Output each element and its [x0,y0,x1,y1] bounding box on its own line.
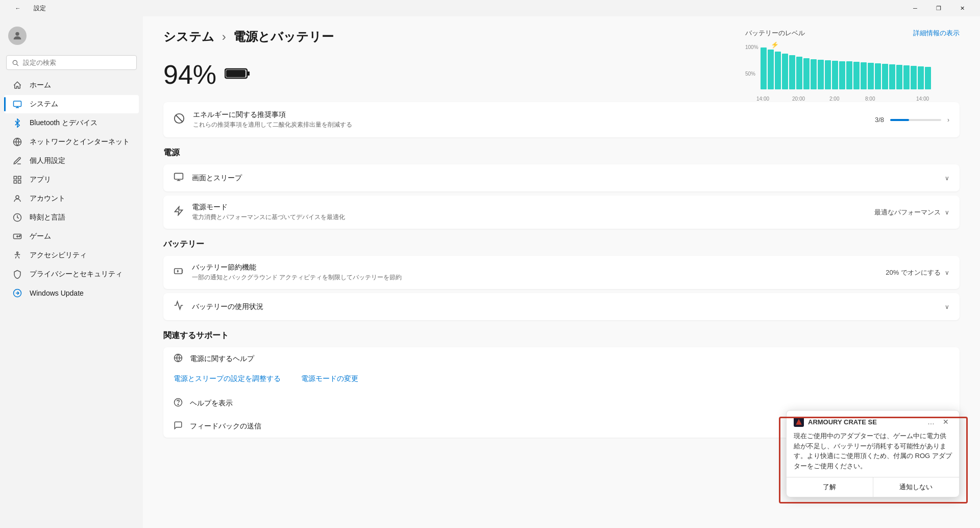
accounts-icon [12,194,22,204]
support-section-header: 関連するサポート [163,330,960,341]
avatar [8,27,27,45]
screen-sleep-row[interactable]: 画面とスリープ ∨ [163,164,960,191]
power-mode-chevron: ∨ [945,209,949,216]
nav-label-personalization: 個人用設定 [30,156,65,165]
nav-item-accounts[interactable]: アカウント [4,189,139,208]
battery-usage-text: バッテリーの使用状況 [192,302,937,311]
svg-point-65 [178,404,179,405]
minimize-button[interactable]: ─ [903,0,927,16]
nav-label-home: ホーム [30,81,51,90]
send-feedback-icon [174,421,183,431]
svg-rect-46 [896,65,902,89]
svg-text:20:00: 20:00 [792,96,805,102]
restore-button[interactable]: ❐ [927,0,950,16]
power-mode-row[interactable]: 電源モード 電力消費とパフォーマンスに基づいてデバイスを最適化 最適なパフォーマ… [163,196,960,229]
svg-rect-28 [768,50,774,89]
show-help-icon [174,398,183,409]
power-mode-icon [174,206,184,219]
support-links: 電源とスリープの設定を調整する 電源モードの変更 [163,370,960,392]
svg-rect-3 [14,101,21,107]
recommendation-count: 3/8 [875,116,884,124]
svg-rect-45 [889,64,895,89]
bluetooth-icon [12,118,22,128]
windows-update-icon [12,288,22,298]
battery-saver-chevron: ∨ [945,269,949,276]
power-mode-subtitle: 電力消費とパフォーマンスに基づいてデバイスを最適化 [192,213,866,222]
sidebar: ホーム システム Bluetooth とデバイス ネットワークとインターネット … [0,16,143,528]
nav-item-apps[interactable]: アプリ [4,171,139,189]
screen-sleep-title: 画面とスリープ [192,174,937,183]
svg-rect-44 [882,64,888,89]
nav-item-home[interactable]: ホーム [4,76,139,94]
svg-text:2:00: 2:00 [829,96,840,102]
breadcrumb-parent: システム [163,30,214,43]
nav-item-accessibility[interactable]: アクセシビリティ [4,246,139,265]
svg-rect-30 [782,54,788,89]
battery-usage-card: バッテリーの使用状況 ∨ [163,293,960,320]
svg-rect-29 [775,52,781,89]
nav-label-bluetooth: Bluetooth とデバイス [30,118,97,128]
battery-chart: 100% 50% ⚡ [745,42,960,103]
back-button[interactable]: ← [6,0,30,16]
svg-rect-10 [18,181,21,183]
battery-usage-chevron: ∨ [945,303,949,310]
nav-label-privacy: プライバシーとセキュリティ [30,270,122,279]
nav-item-network[interactable]: ネットワークとインターネット [4,133,139,151]
battery-section-header: バッテリー [163,239,960,250]
notification-body: 現在ご使用中のアダプターでは、ゲーム中に電力供給が不足し、バッテリーが消耗する可… [787,431,959,477]
nav-label-gaming: ゲーム [30,232,51,241]
battery-percent: 94% [163,59,216,90]
gaming-icon [12,231,22,242]
nav-item-gaming[interactable]: ゲーム [4,227,139,246]
notification-close-button[interactable]: ✕ [940,417,952,427]
svg-rect-34 [811,59,817,89]
recommendation-right: 3/8 › [875,116,949,124]
battery-saver-row[interactable]: バッテリー節約機能 一部の通知とバックグラウンド アクティビティを制限してバッテ… [163,256,960,289]
change-mode-link[interactable]: 電源モードの変更 [301,374,358,383]
accessibility-icon [12,250,22,260]
screen-sleep-right: ∨ [945,175,949,182]
search-box[interactable] [6,55,137,70]
battery-saver-title: バッテリー節約機能 [192,263,877,272]
power-mode-card: 電源モード 電力消費とパフォーマンスに基づいてデバイスを最適化 最適なパフォーマ… [163,196,960,229]
battery-saver-value: 20% でオンにする [886,268,941,277]
nav-item-windows-update[interactable]: Windows Update [4,284,139,302]
notification-dismiss-button[interactable]: 通知しない [873,477,960,497]
svg-rect-38 [839,61,845,89]
recommendation-card[interactable]: エネルギーに関する推奨事項 これらの推奨事項を適用して二酸化炭素排出量を削減する… [163,102,960,137]
battery-icon-large [225,65,250,85]
battery-usage-row[interactable]: バッテリーの使用状況 ∨ [163,293,960,320]
chart-detail-link[interactable]: 詳細情報の表示 [913,29,960,38]
battery-saver-subtitle: 一部の通知とバックグラウンド アクティビティを制限してバッテリーを節約 [192,273,877,282]
nav-item-system[interactable]: システム [4,95,139,113]
notification-dots-button[interactable]: … [924,417,938,427]
svg-text:⚡: ⚡ [771,42,779,49]
svg-rect-41 [861,62,867,89]
recommendation-subtitle: これらの推奨事項を適用して二酸化炭素排出量を削減する [193,121,867,129]
battery-usage-right: ∨ [945,303,949,310]
breadcrumb-separator: › [222,30,226,43]
svg-rect-50 [925,67,931,89]
close-button[interactable]: ✕ [950,0,974,16]
nav-item-bluetooth[interactable]: Bluetooth とデバイス [4,114,139,132]
notification-ok-button[interactable]: 了解 [787,477,873,497]
nav-label-time: 時刻と言語 [30,213,65,222]
battery-saver-icon [174,266,184,279]
power-mode-title: 電源モード [192,203,866,212]
adjust-power-link[interactable]: 電源とスリープの設定を調整する [174,374,281,383]
nav-item-privacy[interactable]: プライバシーとセキュリティ [4,265,139,283]
nav-item-time[interactable]: 時刻と言語 [4,208,139,227]
recommendation-chevron: › [947,116,949,124]
search-input[interactable] [23,59,131,66]
nav-item-personalization[interactable]: 個人用設定 [4,152,139,170]
svg-point-11 [16,196,19,199]
nav-label-apps: アプリ [30,175,51,184]
nav-label-accounts: アカウント [30,194,65,203]
nav-label-network: ネットワークとインターネット [30,137,130,147]
breadcrumb-current: 電源とバッテリー [233,30,334,43]
svg-rect-7 [14,176,16,179]
power-help-row[interactable]: 電源に関するヘルプ [163,347,960,370]
svg-text:50%: 50% [745,71,755,77]
svg-rect-40 [853,62,860,89]
svg-rect-56 [175,173,183,179]
